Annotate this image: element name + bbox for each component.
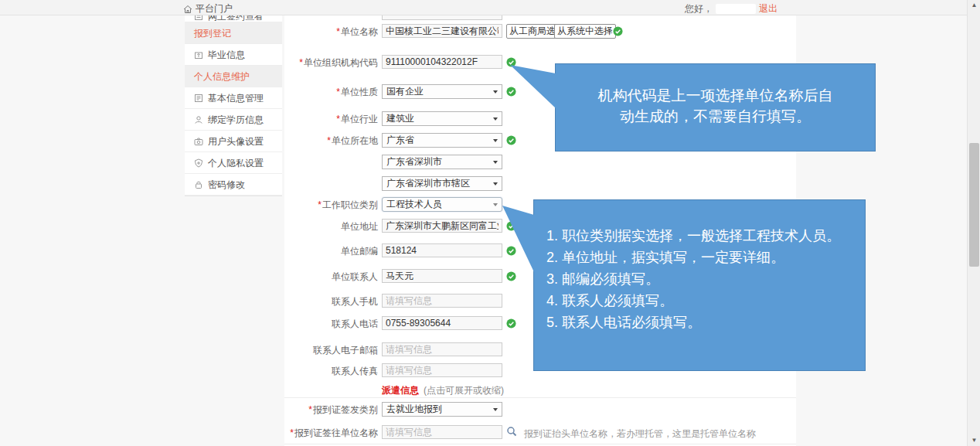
- document-icon: [194, 15, 203, 21]
- province-select[interactable]: 广东省: [382, 133, 502, 148]
- unit-name-label: 单位名称: [341, 26, 378, 37]
- sidebar-item-yinsi-shezhi[interactable]: 个人隐私设置: [185, 152, 282, 174]
- unit-address-label: 单位地址: [341, 221, 378, 232]
- unit-nature-select[interactable]: 国有企业: [382, 84, 502, 99]
- sidebar-item-label: 报到登记: [194, 22, 231, 44]
- org-code-label: 单位组织机构代码: [304, 57, 378, 68]
- select-value: 工程技术人员: [386, 199, 442, 209]
- logout-link[interactable]: 退出: [759, 2, 778, 15]
- greeting-label: 您好，: [685, 2, 713, 15]
- callout-text: 机构代码是上一项选择单位名称后自动生成的，不需要自行填写。: [598, 87, 833, 124]
- chevron-down-icon: [493, 139, 498, 142]
- fill-instructions-callout: 职位类别据实选择，一般选择工程技术人员。 单位地址，据实填写，一定要详细。 邮编…: [533, 199, 866, 371]
- graduation-icon: [194, 50, 203, 60]
- unit-contact-label: 单位联系人: [332, 271, 378, 282]
- scrollbar-thumb[interactable]: [969, 143, 979, 267]
- cert-type-select[interactable]: 去就业地报到: [382, 402, 502, 417]
- user-icon: [194, 115, 203, 124]
- required-marker: *: [336, 26, 340, 37]
- scroll-down-icon[interactable]: ▼: [968, 435, 980, 446]
- unit-address-input[interactable]: [382, 219, 502, 233]
- sidebar-item-geren-xinxi-weihu[interactable]: 个人信息维护: [185, 66, 282, 87]
- unit-contact-input[interactable]: [382, 269, 502, 283]
- required-marker: *: [318, 199, 322, 210]
- district-select[interactable]: 广东省深圳市市辖区: [382, 176, 502, 191]
- sidebar-item-label: 个人隐私设置: [208, 152, 264, 174]
- city-select[interactable]: 广东省深圳市: [382, 155, 502, 169]
- job-category-label: 工作职位类别: [322, 199, 378, 210]
- cert-unit-hint: 报到证抬头单位名称，若办理托管，这里是托管单位名称: [524, 427, 756, 441]
- brand-label: 平台门户: [196, 2, 233, 15]
- contact-mobile-label: 联系人手机: [332, 296, 378, 307]
- select-value: 广东省深圳市: [386, 156, 442, 167]
- instruction-item: 联系人电话必须填写。: [562, 312, 862, 333]
- unit-name-input[interactable]: [382, 24, 502, 38]
- brand: 平台门户: [183, 2, 233, 15]
- sidebar-item-label: 基本信息管理: [208, 87, 264, 109]
- job-category-select[interactable]: 工程技术人员: [382, 197, 502, 212]
- contact-phone-label: 联系人电话: [332, 318, 378, 329]
- unit-industry-label: 单位行业: [341, 114, 378, 124]
- chevron-down-icon: [493, 117, 498, 121]
- sidebar-item-label: 网上签约查看: [208, 15, 264, 21]
- clipped-top-input[interactable]: [382, 15, 502, 20]
- sidebar-item-label: 个人信息维护: [194, 66, 250, 87]
- contact-phone-input[interactable]: [382, 316, 502, 330]
- chevron-down-icon: [493, 203, 498, 206]
- unit-industry-select[interactable]: 建筑业: [382, 111, 502, 126]
- sidebar-item-label: 密码修改: [208, 174, 245, 196]
- unit-location-label: 单位所在地: [332, 135, 378, 146]
- contact-mobile-input[interactable]: [382, 294, 502, 308]
- field-row-cert-type: *报到证签发类别 去就业地报到: [284, 402, 796, 417]
- org-code-callout: 机构代码是上一项选择单位名称后自动生成的，不需要自行填写。: [555, 63, 876, 152]
- org-code-input[interactable]: [382, 55, 502, 69]
- home-icon: [183, 5, 192, 14]
- sidebar-item-baodao-dengji[interactable]: 报到登记: [185, 22, 282, 44]
- form-icon: [194, 94, 203, 103]
- vertical-scrollbar[interactable]: ▲ ▼: [967, 0, 980, 446]
- select-from-system-button[interactable]: 从系统中选择: [554, 24, 616, 39]
- field-row-unit-name: *单位名称 从工商局选择 从系统中选择: [284, 24, 796, 39]
- field-row-city: 广东省深圳市: [284, 155, 796, 170]
- cert-unit-input[interactable]: [382, 425, 502, 439]
- select-value: 国有企业: [386, 86, 424, 97]
- sidebar-item-touxiang-shezhi[interactable]: 用户头像设置: [185, 131, 282, 152]
- sidebar-item-label: 用户头像设置: [208, 131, 264, 152]
- dispatch-section-title[interactable]: 派遣信息: [382, 384, 419, 397]
- dispatch-section-hint: (点击可展开或收缩): [424, 384, 504, 397]
- sidebar-item-label: 绑定学历信息: [208, 109, 264, 131]
- cert-type-label: 报到证签发类别: [313, 404, 378, 415]
- select-value: 建筑业: [386, 113, 414, 124]
- shield-icon: [194, 158, 203, 168]
- section-divider: [284, 397, 796, 398]
- lock-icon: [194, 180, 203, 189]
- scroll-up-icon[interactable]: ▲: [968, 0, 980, 11]
- topbar-user-area: 您好， 退出: [685, 2, 778, 15]
- search-icon[interactable]: [506, 426, 517, 439]
- contact-fax-input[interactable]: [382, 363, 502, 377]
- topbar: 平台门户 您好， 退出: [0, 0, 967, 15]
- sidebar-item-bangding-xueli[interactable]: 绑定学历信息: [185, 109, 282, 131]
- required-marker: *: [299, 57, 303, 68]
- select-value: 广东省: [386, 134, 414, 145]
- required-marker: *: [336, 114, 340, 124]
- valid-check-icon: [506, 135, 516, 145]
- chevron-down-icon: [493, 161, 498, 164]
- contact-email-input[interactable]: [382, 342, 502, 356]
- required-marker: *: [327, 135, 331, 146]
- select-value: 广东省深圳市市辖区: [386, 178, 470, 189]
- required-marker: *: [336, 87, 340, 97]
- valid-check-icon: [613, 26, 623, 36]
- camera-icon: [194, 137, 203, 146]
- select-value: 去就业地报到: [386, 403, 442, 414]
- unit-zip-input[interactable]: [382, 243, 502, 257]
- instruction-item: 职位类别据实选择，一般选择工程技术人员。: [562, 225, 862, 247]
- instruction-item: 单位地址，据实填写，一定要详细。: [562, 247, 862, 268]
- valid-check-icon: [506, 318, 516, 329]
- unit-zip-label: 单位邮编: [341, 246, 378, 257]
- sidebar-item-biye-xinxi[interactable]: 毕业信息: [185, 44, 282, 66]
- sidebar-item-mima-xiugai[interactable]: 密码修改: [185, 174, 282, 196]
- instruction-item: 邮编必须填写。: [562, 268, 862, 290]
- sidebar-item-jiben-xinxi[interactable]: 基本信息管理: [185, 87, 282, 109]
- required-marker: *: [290, 427, 294, 438]
